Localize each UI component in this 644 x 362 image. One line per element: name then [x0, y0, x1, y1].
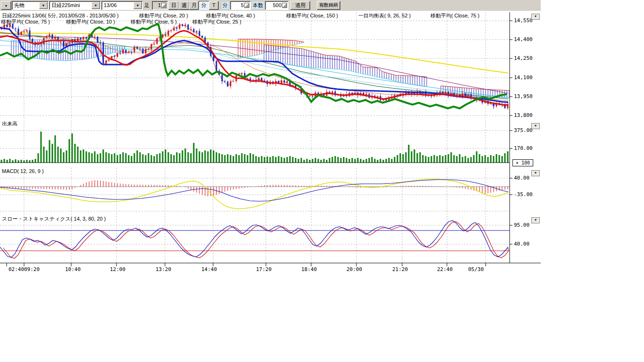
time-axis-label: 17:20	[256, 267, 272, 272]
time-axis-label: 13:20	[156, 267, 171, 272]
time-axis-label: 22:40	[437, 267, 453, 272]
time-axis-label: 10:40	[65, 267, 81, 272]
price-pane	[0, 12, 510, 119]
macd-pane-menu-button[interactable]: ▼	[531, 170, 540, 176]
volume-multiplier-badge: × 100	[512, 159, 533, 166]
time-axis-label: 02:40	[8, 267, 24, 272]
indicator-label: 移動平均( Close, 10 )	[66, 18, 115, 25]
indicator-label: 移動平均( Close, 75 )	[430, 12, 479, 19]
axes	[0, 12, 541, 266]
macd-axis-label: -35.00	[514, 192, 533, 197]
time-axis-label: 05/30	[468, 267, 484, 272]
time-axis-label: 12:00	[110, 267, 125, 272]
macd-pane-label: MACD( 12, 26, 9 )	[2, 168, 44, 174]
indicator-label: 移動平均( Close, 25 )	[192, 18, 241, 25]
indicator-label: 移動平均( Close, 75 )	[1, 18, 50, 25]
price-axis-label: 14,400	[514, 37, 533, 42]
price-axis-label: 13,800	[514, 113, 533, 118]
indicator-label: 一目均衡表( 9, 26, 52 )	[358, 12, 411, 19]
volume-pane	[0, 121, 510, 163]
time-axis-label: 20:00	[347, 267, 362, 272]
stoch-pane	[0, 216, 510, 263]
macd-axis-label: 40.00	[514, 175, 529, 181]
indicator-label: 移動平均( Close, 150 )	[286, 12, 338, 19]
macd-pane	[0, 168, 510, 215]
indicator-label: 移動平均( Close, 5 )	[131, 18, 177, 25]
price-axis-label: 14,550	[514, 18, 533, 24]
volume-pane-label: 出来高	[2, 120, 17, 127]
price-pane-menu-button[interactable]: ▼	[531, 14, 540, 20]
time-axis-label: 18:40	[301, 267, 317, 272]
time-axis-label: 09:20	[24, 267, 40, 272]
chart-canvas[interactable]	[0, 0, 644, 362]
stoch-pane-label: スロー・ストキャスティクス( 14, 3, 80, 20 )	[2, 215, 106, 222]
price-axis-label: 13,950	[514, 94, 533, 99]
price-axis-label: 14,100	[514, 75, 533, 81]
time-axis-label: 21:20	[392, 267, 408, 272]
stoch-axis-label: 40.00	[514, 241, 529, 247]
stoch-pane-menu-button[interactable]: ▼	[531, 217, 540, 223]
volume-axis-label: 170.00	[514, 146, 533, 151]
volume-pane-menu-button[interactable]: ▼	[531, 123, 540, 129]
stoch-axis-label: 95.00	[514, 222, 529, 228]
price-axis-label: 14,250	[514, 56, 533, 61]
volume-axis-label: 375.00	[514, 128, 533, 133]
time-axis-label: 14:40	[201, 267, 217, 272]
